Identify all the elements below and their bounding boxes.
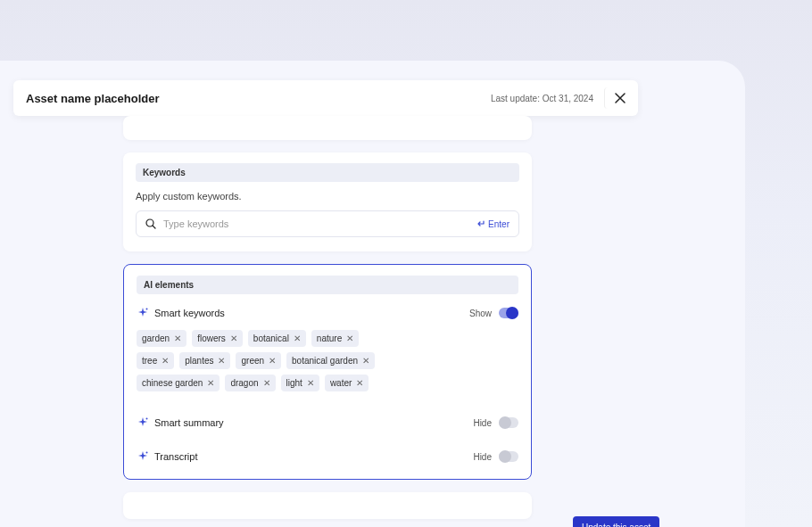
keyword-chip[interactable]: tree✕ bbox=[137, 352, 174, 369]
smart-keywords-toggle[interactable] bbox=[499, 308, 518, 318]
svg-point-2 bbox=[146, 418, 148, 420]
chip-label: chinese garden bbox=[142, 378, 203, 388]
update-asset-button[interactable]: Update this asset bbox=[573, 516, 659, 527]
chip-label: dragon bbox=[230, 378, 258, 388]
smart-summary-state: Hide bbox=[473, 418, 492, 428]
chip-label: green bbox=[241, 356, 264, 366]
enter-icon bbox=[476, 219, 485, 228]
chip-label: tree bbox=[142, 356, 157, 366]
chip-label: flowers bbox=[197, 333, 226, 343]
keyword-chip[interactable]: botanical✕ bbox=[248, 330, 306, 347]
chip-remove-icon[interactable]: ✕ bbox=[263, 379, 270, 388]
smart-summary-title: Smart summary bbox=[154, 417, 224, 428]
chip-remove-icon[interactable]: ✕ bbox=[294, 334, 301, 343]
keyword-chip[interactable]: chinese garden✕ bbox=[137, 375, 220, 391]
search-icon bbox=[145, 218, 156, 229]
chip-label: botanical bbox=[253, 333, 289, 343]
transcript-row: Transcript Hide bbox=[137, 450, 518, 463]
chip-label: light bbox=[286, 378, 302, 388]
transcript-toggle[interactable] bbox=[499, 451, 518, 462]
smart-keywords-row: Smart keywords Show bbox=[137, 307, 518, 319]
sparkle-icon bbox=[137, 416, 149, 429]
smart-keywords-right: Show bbox=[469, 308, 518, 318]
chip-label: plantes bbox=[185, 356, 213, 366]
smart-keywords-title: Smart keywords bbox=[154, 308, 225, 318]
enter-label: Enter bbox=[488, 219, 510, 229]
smart-keywords-state: Show bbox=[469, 309, 492, 318]
svg-point-1 bbox=[146, 309, 148, 310]
chip-remove-icon[interactable]: ✕ bbox=[174, 334, 181, 343]
keywords-placeholder: Type keywords bbox=[163, 218, 469, 229]
keywords-description: Apply custom keywords. bbox=[136, 191, 519, 202]
chip-remove-icon[interactable]: ✕ bbox=[218, 357, 225, 366]
smart-keywords-chips: garden✕flowers✕botanical✕nature✕tree✕pla… bbox=[137, 330, 377, 391]
transcript-left: Transcript bbox=[137, 450, 198, 463]
keyword-chip[interactable]: water✕ bbox=[325, 375, 369, 391]
smart-summary-right: Hide bbox=[473, 417, 518, 428]
content-column: Keywords Apply custom keywords. Type key… bbox=[123, 116, 532, 519]
sparkle-icon bbox=[137, 450, 149, 463]
last-update-text: Last update: Oct 31, 2024 bbox=[491, 94, 593, 103]
transcript-title: Transcript bbox=[154, 451, 198, 462]
keyword-chip[interactable]: nature✕ bbox=[311, 330, 359, 347]
chip-remove-icon[interactable]: ✕ bbox=[230, 334, 237, 343]
keywords-card: Keywords Apply custom keywords. Type key… bbox=[123, 152, 532, 251]
keyword-chip[interactable]: green✕ bbox=[236, 352, 281, 369]
close-button[interactable] bbox=[604, 87, 626, 109]
keyword-chip[interactable]: dragon✕ bbox=[225, 375, 275, 391]
svg-point-3 bbox=[146, 452, 148, 454]
smart-summary-toggle[interactable] bbox=[499, 417, 518, 428]
enter-hint: Enter bbox=[476, 219, 510, 229]
close-icon bbox=[615, 93, 626, 103]
keywords-section-label: Keywords bbox=[136, 163, 519, 182]
smart-summary-row: Smart summary Hide bbox=[137, 416, 518, 429]
chip-label: water bbox=[330, 378, 352, 388]
chip-remove-icon[interactable]: ✕ bbox=[356, 379, 363, 388]
chip-remove-icon[interactable]: ✕ bbox=[269, 357, 276, 366]
chip-remove-icon[interactable]: ✕ bbox=[207, 379, 214, 388]
chip-remove-icon[interactable]: ✕ bbox=[346, 334, 353, 343]
chip-remove-icon[interactable]: ✕ bbox=[162, 357, 169, 366]
chip-label: nature bbox=[317, 333, 342, 343]
chip-label: botanical garden bbox=[292, 356, 358, 366]
transcript-right: Hide bbox=[473, 451, 518, 462]
ai-elements-card: AI elements Smart keywords Show garden✕f… bbox=[123, 264, 532, 480]
ai-section-label: AI elements bbox=[137, 276, 518, 294]
keyword-chip[interactable]: botanical garden✕ bbox=[286, 352, 375, 369]
keyword-chip[interactable]: garden✕ bbox=[137, 330, 186, 347]
transcript-state: Hide bbox=[473, 452, 492, 462]
smart-summary-left: Smart summary bbox=[137, 416, 224, 429]
keyword-chip[interactable]: plantes✕ bbox=[179, 352, 230, 369]
asset-title: Asset name placeholder bbox=[26, 92, 160, 105]
chip-label: garden bbox=[142, 333, 170, 343]
keyword-chip[interactable]: flowers✕ bbox=[192, 330, 243, 347]
previous-card-peek bbox=[123, 116, 532, 140]
asset-header-bar: Asset name placeholder Last update: Oct … bbox=[13, 80, 638, 116]
chip-remove-icon[interactable]: ✕ bbox=[362, 357, 369, 366]
sparkle-icon bbox=[137, 307, 149, 319]
next-card-peek: . bbox=[123, 492, 532, 519]
chip-remove-icon[interactable]: ✕ bbox=[307, 379, 314, 388]
smart-keywords-left: Smart keywords bbox=[137, 307, 225, 319]
keywords-input[interactable]: Type keywords Enter bbox=[136, 210, 519, 237]
header-right: Last update: Oct 31, 2024 bbox=[491, 87, 626, 109]
keyword-chip[interactable]: light✕ bbox=[281, 375, 319, 391]
